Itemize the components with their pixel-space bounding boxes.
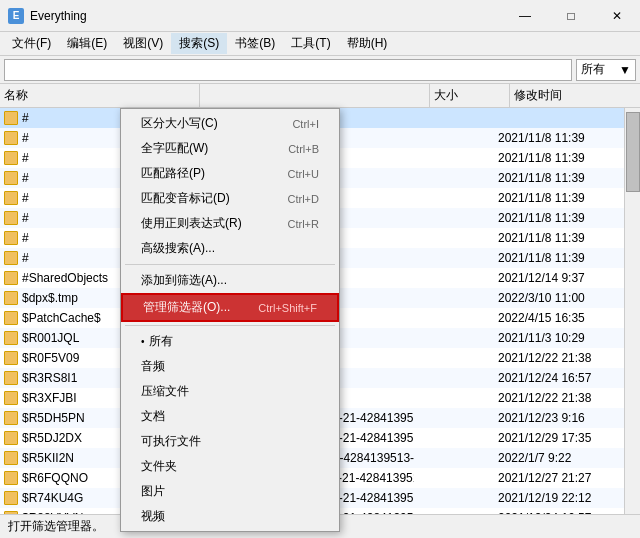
context-menu-item[interactable]: 添加到筛选(A)...	[121, 268, 339, 293]
menu-item-label: 文档	[141, 408, 165, 425]
context-menu-item[interactable]: 文件夹	[121, 454, 339, 479]
title-bar: E Everything — □ ✕	[0, 0, 640, 32]
dropdown-arrow-icon: ▼	[619, 63, 631, 77]
context-menu-item[interactable]: 区分大小写(C)Ctrl+I	[121, 111, 339, 136]
menu-item-label: 音频	[141, 358, 165, 375]
bullet-icon: •	[141, 336, 145, 347]
close-button[interactable]: ✕	[594, 0, 640, 32]
context-menu-item[interactable]: 视频	[121, 504, 339, 529]
context-menu-item[interactable]: 使用正则表达式(R)Ctrl+R	[121, 211, 339, 236]
menu-item-label: 添加到筛选(A)...	[141, 272, 227, 289]
context-menu-item[interactable]: 压缩文件	[121, 379, 339, 404]
menu-view[interactable]: 视图(V)	[115, 33, 171, 54]
menu-item-label: 图片	[141, 483, 165, 500]
menu-shortcut: Ctrl+U	[288, 168, 319, 180]
menu-edit[interactable]: 编辑(E)	[59, 33, 115, 54]
app-icon: E	[8, 8, 24, 24]
menu-file[interactable]: 文件(F)	[4, 33, 59, 54]
title-controls: — □ ✕	[502, 0, 640, 32]
menu-help[interactable]: 帮助(H)	[339, 33, 396, 54]
toolbar: 所有 ▼	[0, 56, 640, 84]
minimize-button[interactable]: —	[502, 0, 548, 32]
menu-bookmarks[interactable]: 书签(B)	[227, 33, 283, 54]
menu-item-label: 匹配路径(P)	[141, 165, 205, 182]
menu-tools[interactable]: 工具(T)	[283, 33, 338, 54]
menu-shortcut: Ctrl+B	[288, 143, 319, 155]
menu-shortcut: Ctrl+D	[288, 193, 319, 205]
menu-item-label: 全字匹配(W)	[141, 140, 208, 157]
menu-item-label: 文件夹	[141, 458, 177, 475]
context-menu-item[interactable]: 图片	[121, 479, 339, 504]
menu-search[interactable]: 搜索(S)	[171, 33, 227, 54]
content-area: 名称 大小 修改时间 ##s\app.asar.u...2021/11/8 11…	[0, 84, 640, 538]
menu-item-label: •所有	[141, 333, 173, 350]
menu-bar: 文件(F) 编辑(E) 视图(V) 搜索(S) 书签(B) 工具(T) 帮助(H…	[0, 32, 640, 56]
menu-item-label: 视频	[141, 508, 165, 525]
context-menu-item[interactable]: 管理筛选器(O)...Ctrl+Shift+F	[121, 293, 339, 322]
title-text: Everything	[30, 9, 87, 23]
menu-item-label: 区分大小写(C)	[141, 115, 218, 132]
context-menu-item[interactable]: 匹配变音标记(D)Ctrl+D	[121, 186, 339, 211]
context-menu: 区分大小写(C)Ctrl+I全字匹配(W)Ctrl+B匹配路径(P)Ctrl+U…	[120, 108, 340, 532]
context-menu-item[interactable]: 全字匹配(W)Ctrl+B	[121, 136, 339, 161]
menu-item-label: 匹配变音标记(D)	[141, 190, 230, 207]
context-menu-overlay: 区分大小写(C)Ctrl+I全字匹配(W)Ctrl+B匹配路径(P)Ctrl+U…	[0, 84, 640, 538]
menu-shortcut: Ctrl+I	[292, 118, 319, 130]
menu-shortcut: Ctrl+R	[288, 218, 319, 230]
menu-separator	[125, 325, 335, 326]
search-input[interactable]	[4, 59, 572, 81]
menu-item-label: 管理筛选器(O)...	[143, 299, 230, 316]
context-menu-item[interactable]: 音频	[121, 354, 339, 379]
menu-shortcut: Ctrl+Shift+F	[258, 302, 317, 314]
context-menu-item[interactable]: 匹配路径(P)Ctrl+U	[121, 161, 339, 186]
context-menu-item[interactable]: 高级搜索(A)...	[121, 236, 339, 261]
menu-item-label: 使用正则表达式(R)	[141, 215, 242, 232]
context-menu-item[interactable]: •所有	[121, 329, 339, 354]
context-menu-item[interactable]: 文档	[121, 404, 339, 429]
app-window: E Everything — □ ✕ 文件(F) 编辑(E) 视图(V) 搜索(…	[0, 0, 640, 538]
menu-item-label: 压缩文件	[141, 383, 189, 400]
menu-separator	[125, 264, 335, 265]
menu-item-label: 可执行文件	[141, 433, 201, 450]
context-menu-item[interactable]: 可执行文件	[121, 429, 339, 454]
menu-item-label: 高级搜索(A)...	[141, 240, 215, 257]
filter-dropdown[interactable]: 所有 ▼	[576, 59, 636, 81]
maximize-button[interactable]: □	[548, 0, 594, 32]
